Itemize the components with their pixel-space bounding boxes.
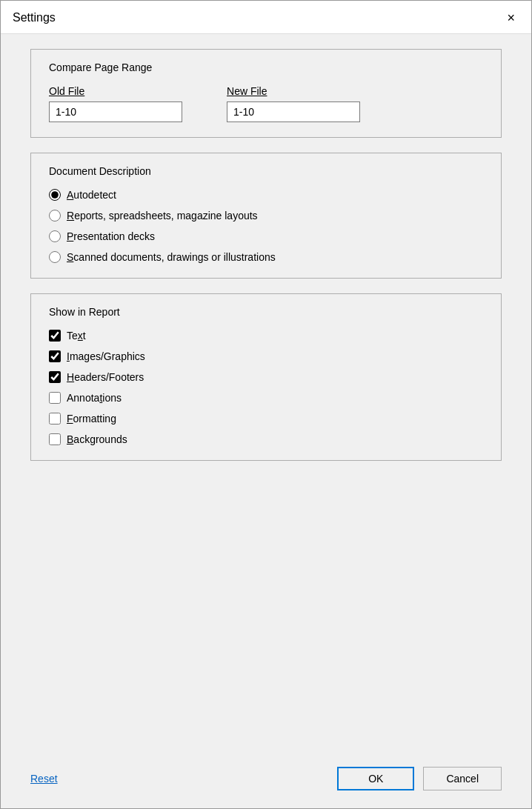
compare-page-range-label: Compare Page Range bbox=[49, 61, 483, 73]
document-description-label: Document Description bbox=[49, 165, 483, 177]
dialog-content: Compare Page Range OOld Fileld File New … bbox=[1, 34, 531, 755]
new-file-col: New File bbox=[227, 85, 360, 122]
compare-page-range-group: Compare Page Range OOld Fileld File New … bbox=[30, 49, 502, 138]
show-in-report-checkbox-group: Text Images/Graphics Headers/Footers Ann… bbox=[49, 330, 483, 445]
radio-scanned-input[interactable] bbox=[49, 251, 61, 263]
document-description-group: Document Description Autodetect Reports,… bbox=[30, 153, 502, 279]
checkbox-headers[interactable]: Headers/Footers bbox=[49, 371, 483, 383]
radio-scanned-label: Scanned documents, drawings or illustrat… bbox=[67, 251, 276, 263]
checkbox-backgrounds-input[interactable] bbox=[49, 433, 61, 445]
checkbox-backgrounds[interactable]: Backgrounds bbox=[49, 433, 483, 445]
radio-presentation-label: Presentation decks bbox=[67, 230, 155, 242]
checkbox-formatting-input[interactable] bbox=[49, 413, 61, 425]
dialog-title: Settings bbox=[13, 11, 56, 24]
close-button[interactable]: × bbox=[502, 10, 519, 26]
radio-reports-input[interactable] bbox=[49, 210, 61, 222]
new-file-label: New File bbox=[227, 85, 360, 97]
checkbox-annotations[interactable]: Annotations bbox=[49, 392, 483, 404]
ok-button[interactable]: OK bbox=[337, 767, 414, 790]
checkbox-images[interactable]: Images/Graphics bbox=[49, 350, 483, 362]
checkbox-headers-label: Headers/Footers bbox=[67, 371, 144, 383]
footer-buttons: OK Cancel bbox=[337, 767, 502, 790]
radio-presentation[interactable]: Presentation decks bbox=[49, 230, 483, 242]
radio-reports[interactable]: Reports, spreadsheets, magazine layouts bbox=[49, 210, 483, 222]
checkbox-images-label: Images/Graphics bbox=[67, 350, 145, 362]
radio-autodetect[interactable]: Autodetect bbox=[49, 189, 483, 201]
radio-reports-label: Reports, spreadsheets, magazine layouts bbox=[67, 210, 258, 222]
radio-presentation-input[interactable] bbox=[49, 230, 61, 242]
old-file-col: OOld Fileld File bbox=[49, 85, 182, 122]
checkbox-formatting-label: Formatting bbox=[67, 413, 116, 425]
checkbox-text-input[interactable] bbox=[49, 330, 61, 342]
checkbox-annotations-input[interactable] bbox=[49, 392, 61, 404]
document-description-radio-group: Autodetect Reports, spreadsheets, magazi… bbox=[49, 189, 483, 263]
new-file-input[interactable] bbox=[227, 101, 360, 122]
page-range-row: OOld Fileld File New File bbox=[49, 85, 483, 122]
title-bar: Settings × bbox=[1, 1, 531, 34]
settings-dialog: Settings × Compare Page Range OOld Filel… bbox=[0, 0, 532, 809]
checkbox-backgrounds-label: Backgrounds bbox=[67, 433, 127, 445]
checkbox-headers-input[interactable] bbox=[49, 371, 61, 383]
dialog-footer: Reset OK Cancel bbox=[1, 755, 531, 808]
checkbox-text-label: Text bbox=[67, 330, 86, 342]
radio-autodetect-label: Autodetect bbox=[67, 189, 116, 201]
checkbox-annotations-label: Annotations bbox=[67, 392, 122, 404]
show-in-report-label: Show in Report bbox=[49, 306, 483, 318]
show-in-report-group: Show in Report Text Images/Graphics Head… bbox=[30, 293, 502, 461]
checkbox-text[interactable]: Text bbox=[49, 330, 483, 342]
radio-scanned[interactable]: Scanned documents, drawings or illustrat… bbox=[49, 251, 483, 263]
cancel-button[interactable]: Cancel bbox=[423, 767, 502, 790]
old-file-input[interactable] bbox=[49, 101, 182, 122]
old-file-label: OOld Fileld File bbox=[49, 85, 182, 97]
checkbox-images-input[interactable] bbox=[49, 350, 61, 362]
reset-button[interactable]: Reset bbox=[30, 773, 58, 785]
checkbox-formatting[interactable]: Formatting bbox=[49, 413, 483, 425]
radio-autodetect-input[interactable] bbox=[49, 189, 61, 201]
